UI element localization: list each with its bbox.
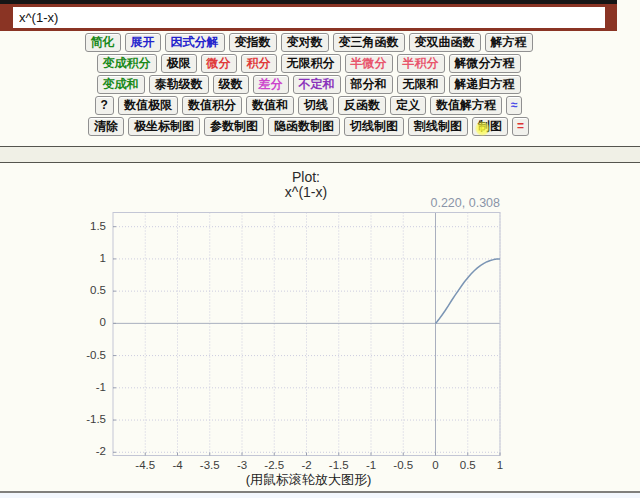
toolbar-row-5: 清除极坐标制图参数制图隐函数制图切线制图割线制图制图= xyxy=(0,117,617,137)
integrate-button[interactable]: 积分 xyxy=(241,54,277,73)
toolbar: 简化展开因式分解变指数变对数变三角函数变双曲函数解方程变成积分极限微分积分无限积… xyxy=(0,33,617,138)
semi-differentiate-button[interactable]: 半微分 xyxy=(345,54,393,73)
simplify-button[interactable]: 简化 xyxy=(85,33,121,52)
toolbar-row-3: 变成和泰勒级数级数差分不定和部分和无限和解递归方程 xyxy=(0,75,617,95)
indefinite-sum-button[interactable]: 不定和 xyxy=(293,75,341,94)
equals-button[interactable]: = xyxy=(512,117,529,136)
inverse-function-button[interactable]: 反函数 xyxy=(338,96,386,115)
definition-button[interactable]: 定义 xyxy=(390,96,426,115)
plot-panel: Plot: x^(1-x) 0.220, 0.308 1.510.50-0.5-… xyxy=(0,163,640,491)
to-logarithm-button[interactable]: 变对数 xyxy=(281,33,329,52)
approx-button[interactable]: ≈ xyxy=(506,96,523,115)
expression-input-bar xyxy=(0,0,617,31)
infinite-sum-button[interactable]: 无限和 xyxy=(397,75,445,94)
numeric-integral-button[interactable]: 数值积分 xyxy=(182,96,242,115)
solve-ode-button[interactable]: 解微分方程 xyxy=(449,54,521,73)
solve-equation-button[interactable]: 解方程 xyxy=(485,33,533,52)
taylor-series-button[interactable]: 泰勒级数 xyxy=(149,75,209,94)
toolbar-row-2: 变成积分极限微分积分无限积分半微分半积分解微分方程 xyxy=(0,54,617,74)
tangent-button[interactable]: 切线 xyxy=(298,96,334,115)
y-tick-label: -2 xyxy=(0,445,106,457)
y-tick-label: 1.5 xyxy=(0,220,106,232)
to-exponential-button[interactable]: 变指数 xyxy=(229,33,277,52)
tangent-plot-button[interactable]: 切线制图 xyxy=(344,117,404,136)
expression-input[interactable] xyxy=(13,7,605,28)
secant-plot-button[interactable]: 割线制图 xyxy=(408,117,468,136)
plot-button[interactable]: 制图 xyxy=(472,117,508,136)
partial-sum-button[interactable]: 部分和 xyxy=(345,75,393,94)
to-hyperbolic-button[interactable]: 变双曲函数 xyxy=(409,33,481,52)
y-tick-label: -1.5 xyxy=(0,413,106,425)
parametric-plot-button[interactable]: 参数制图 xyxy=(204,117,264,136)
numeric-limit-button[interactable]: 数值极限 xyxy=(118,96,178,115)
to-integral-button[interactable]: 变成积分 xyxy=(97,54,157,73)
y-tick-label: 0 xyxy=(0,316,106,328)
clear-button[interactable]: 清除 xyxy=(88,117,124,136)
help-button[interactable]: ? xyxy=(95,96,114,115)
x-tick-label: 1 xyxy=(478,459,522,471)
expand-button[interactable]: 展开 xyxy=(125,33,161,52)
splitter-divider xyxy=(0,146,640,163)
toolbar-row-1: 简化展开因式分解变指数变对数变三角函数变双曲函数解方程 xyxy=(0,33,617,53)
polar-plot-button[interactable]: 极坐标制图 xyxy=(128,117,200,136)
numeric-solve-button[interactable]: 数值解方程 xyxy=(430,96,502,115)
cursor-coordinates: 0.220, 0.308 xyxy=(112,196,500,210)
click-highlight xyxy=(475,121,490,136)
implicit-plot-button[interactable]: 隐函数制图 xyxy=(268,117,340,136)
y-tick-label: 1 xyxy=(0,252,106,264)
plot-title: Plot: xyxy=(112,169,500,185)
limit-button[interactable]: 极限 xyxy=(161,54,197,73)
series-button[interactable]: 级数 xyxy=(213,75,249,94)
y-tick-label: 0.5 xyxy=(0,284,106,296)
toolbar-row-4: ?数值极限数值积分数值和切线反函数定义数值解方程≈ xyxy=(0,96,617,116)
bottom-strip xyxy=(0,493,640,498)
infinite-integral-button[interactable]: 无限积分 xyxy=(281,54,341,73)
zoom-hint-caption: (用鼠标滚轮放大图形) xyxy=(0,471,617,489)
solve-recurrence-button[interactable]: 解递归方程 xyxy=(449,75,521,94)
difference-button[interactable]: 差分 xyxy=(253,75,289,94)
y-tick-label: -1 xyxy=(0,381,106,393)
numeric-sum-button[interactable]: 数值和 xyxy=(246,96,294,115)
semi-integrate-button[interactable]: 半积分 xyxy=(397,54,445,73)
y-tick-label: -0.5 xyxy=(0,349,106,361)
factor-button[interactable]: 因式分解 xyxy=(165,33,225,52)
differentiate-button[interactable]: 微分 xyxy=(201,54,237,73)
to-trig-button[interactable]: 变三角函数 xyxy=(333,33,405,52)
to-sum-button[interactable]: 变成和 xyxy=(97,75,145,94)
function-plot[interactable] xyxy=(112,212,501,456)
